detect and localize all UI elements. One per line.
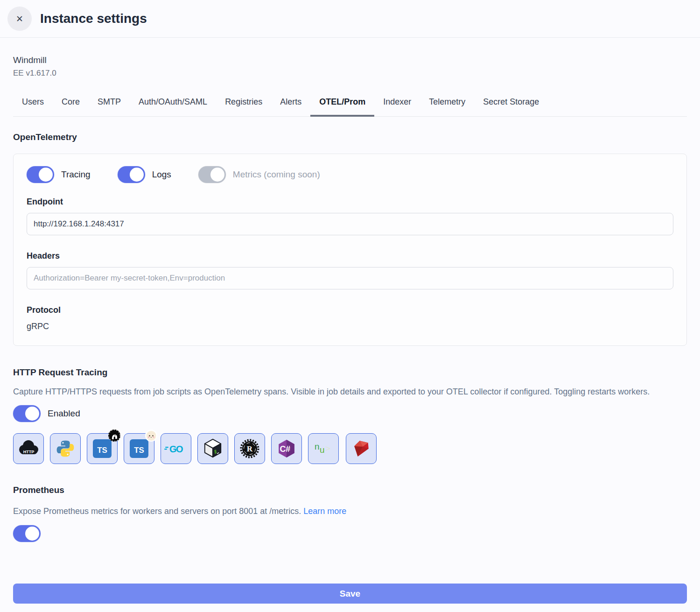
endpoint-input[interactable]	[27, 213, 673, 235]
svg-text:$: $	[214, 449, 217, 454]
endpoint-label: Endpoint	[27, 197, 673, 207]
lang-bash-button[interactable]: $	[197, 433, 228, 464]
go-icon: GO	[164, 443, 188, 455]
prometheus-description: Expose Prometheus metrics for workers an…	[13, 505, 676, 518]
tab-users[interactable]: Users	[13, 91, 53, 117]
tracing-toggle-label: Tracing	[61, 169, 91, 180]
modal-header: ✕ Instance settings	[0, 0, 700, 38]
lang-python-button[interactable]	[50, 433, 81, 464]
python-icon	[56, 439, 75, 458]
learn-more-link[interactable]: Learn more	[303, 506, 346, 516]
lang-rust-button[interactable]: R	[234, 433, 265, 464]
protocol-value: gRPC	[27, 322, 673, 331]
tab-auth-oauth-saml[interactable]: Auth/OAuth/SAML	[130, 91, 216, 117]
ruby-icon	[351, 439, 371, 458]
prometheus-description-text: Expose Prometheus metrics for workers an…	[13, 506, 303, 516]
protocol-label: Protocol	[27, 305, 673, 315]
opentelemetry-panel: Tracing Logs Metrics (coming soon) Endpo…	[13, 154, 687, 346]
logs-toggle-label: Logs	[152, 169, 171, 180]
lang-deno-button[interactable]: TS	[87, 433, 118, 464]
svg-text:C#: C#	[280, 444, 290, 454]
typescript-icon: TS	[93, 439, 112, 458]
http-tracing-enabled-label: Enabled	[48, 408, 80, 419]
svg-text:TS: TS	[134, 446, 144, 455]
prometheus-toggle[interactable]	[13, 525, 41, 542]
tab-alerts[interactable]: Alerts	[271, 91, 310, 117]
typescript-icon: TS	[130, 439, 148, 458]
svg-text:n: n	[315, 442, 320, 451]
tab-secret-storage[interactable]: Secret Storage	[474, 91, 548, 117]
tab-otel-prom[interactable]: OTEL/Prom	[310, 91, 374, 117]
lang-csharp-button[interactable]: C#	[271, 433, 302, 464]
svg-text:R: R	[247, 444, 253, 453]
svg-text:HTTP: HTTP	[23, 450, 35, 454]
language-selector-row: HTTP TS	[13, 433, 687, 464]
headers-label: Headers	[27, 251, 673, 261]
tab-smtp[interactable]: SMTP	[89, 91, 130, 117]
settings-tab-bar: Users Core SMTP Auth/OAuth/SAML Registri…	[13, 91, 687, 117]
instance-version: EE v1.617.0	[13, 69, 687, 78]
svg-text:u: u	[320, 445, 325, 455]
tab-core[interactable]: Core	[53, 91, 89, 117]
lang-http-button[interactable]: HTTP	[13, 433, 44, 464]
nushell-icon: n u >	[313, 441, 334, 457]
rust-icon: R	[239, 438, 260, 459]
lang-ruby-button[interactable]	[346, 433, 377, 464]
tab-indexer[interactable]: Indexer	[374, 91, 420, 117]
tab-registries[interactable]: Registries	[216, 91, 271, 117]
lang-go-button[interactable]: GO	[161, 433, 191, 464]
http-tracing-enabled-toggle[interactable]	[13, 405, 41, 422]
svg-text:>: >	[325, 443, 330, 453]
metrics-toggle-label: Metrics (coming soon)	[233, 169, 320, 180]
lang-bun-button[interactable]: TS	[124, 433, 154, 464]
logs-toggle[interactable]	[118, 166, 145, 183]
save-button[interactable]: Save	[13, 584, 687, 604]
csharp-icon: C#	[277, 439, 296, 458]
http-tracing-description: Capture HTTP/HTTPS requests from job scr…	[13, 386, 676, 398]
close-button[interactable]: ✕	[7, 7, 32, 31]
bun-badge-icon	[145, 429, 158, 442]
headers-input[interactable]	[27, 267, 673, 289]
svg-text:GO: GO	[169, 444, 183, 454]
svg-text:TS: TS	[97, 446, 107, 455]
http-icon: HTTP	[16, 440, 41, 457]
lang-nushell-button[interactable]: n u >	[308, 433, 339, 464]
instance-name: Windmill	[13, 55, 687, 65]
bash-icon: $	[203, 438, 223, 459]
tab-telemetry[interactable]: Telemetry	[420, 91, 474, 117]
metrics-toggle	[198, 166, 226, 183]
tracing-toggle[interactable]	[27, 166, 54, 183]
deno-badge-icon	[108, 429, 121, 442]
prometheus-heading: Prometheus	[13, 485, 687, 495]
page-title: Instance settings	[40, 11, 147, 26]
http-tracing-heading: HTTP Request Tracing	[13, 367, 687, 378]
close-icon: ✕	[16, 14, 23, 24]
opentelemetry-heading: OpenTelemetry	[13, 132, 687, 142]
